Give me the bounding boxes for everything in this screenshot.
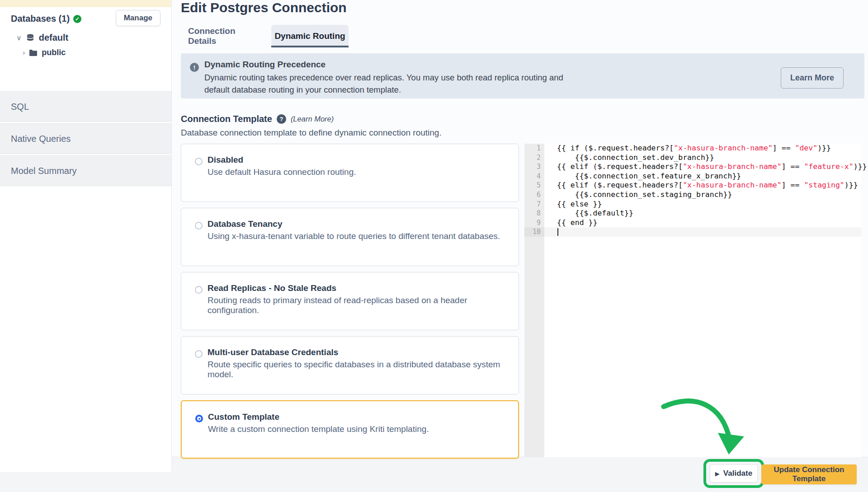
line-number: 10: [524, 227, 544, 237]
banner-text-line2: default database routing in your connect…: [204, 85, 401, 95]
database-name: default: [39, 33, 69, 43]
radio-custom-template[interactable]: [195, 415, 203, 422]
learn-more-button[interactable]: Learn More: [781, 67, 844, 89]
code-line-9[interactable]: 9{{ end }}: [524, 218, 861, 228]
line-number: 9: [524, 218, 544, 228]
sidebar-item-sql[interactable]: SQL: [0, 91, 171, 122]
code-text[interactable]: {{ else }}: [544, 200, 861, 209]
line-number: 7: [524, 200, 544, 209]
sidebar-item-model-summary[interactable]: Model Summary: [0, 155, 171, 186]
banner-text-line1: Dynamic routing takes precedence over re…: [204, 73, 563, 83]
code-line-3[interactable]: 3{{ elif ($.request.headers?["x-hasura-b…: [524, 162, 861, 172]
page-title: Edit Postgres Connection: [181, 0, 347, 15]
code-text[interactable]: {{ if ($.request.headers?["x-hasura-bran…: [544, 144, 861, 153]
main-panel: Edit Postgres Connection Connection Deta…: [172, 0, 868, 457]
option-card-read-replicas[interactable]: Read Replicas - No Stale Reads Routing r…: [181, 272, 519, 330]
routing-option-cards: Disabled Use default Hasura connection r…: [181, 144, 519, 464]
update-connection-template-button[interactable]: Update Connection Template: [761, 464, 857, 484]
code-editor-lines: 1{{ if ($.request.headers?["x-hasura-bra…: [524, 144, 861, 237]
folder-icon: [29, 49, 38, 56]
option-description: Write a custom connection template using…: [208, 424, 429, 434]
databases-header: Databases (1) ✓: [11, 14, 81, 24]
code-text[interactable]: {{ elif ($.request.headers?["x-hasura-br…: [544, 181, 861, 190]
chevron-down-icon[interactable]: ∨: [16, 34, 22, 42]
line-number: 6: [524, 190, 544, 200]
code-text[interactable]: {{ end }}: [544, 218, 861, 228]
database-connected-check-icon: ✓: [73, 15, 81, 23]
sidebar-menu: SQL Native Queries Model Summary: [0, 91, 171, 187]
line-number: 8: [524, 209, 544, 218]
database-icon: [26, 33, 35, 42]
line-number: 1: [524, 144, 544, 153]
tree-item-public-schema[interactable]: › public: [23, 48, 66, 57]
manage-button[interactable]: Manage: [116, 10, 160, 26]
code-text[interactable]: {{ elif ($.request.headers?["x-hasura-br…: [544, 162, 867, 172]
code-text[interactable]: {{$.connection_set.staging_branch}}: [544, 190, 861, 200]
option-title: Read Replicas - No Stale Reads: [208, 283, 336, 293]
code-line-7[interactable]: 7{{ else }}: [524, 200, 861, 209]
dynamic-routing-precedence-banner: ! Dynamic Routing Precedence Dynamic rou…: [181, 53, 864, 98]
option-title: Disabled: [208, 155, 243, 165]
option-card-disabled[interactable]: Disabled Use default Hasura connection r…: [181, 144, 519, 202]
option-description: Using x-hasura-tenant variable to route …: [208, 231, 500, 241]
radio-multi-user-credentials[interactable]: [195, 350, 203, 358]
tab-dynamic-routing[interactable]: Dynamic Routing: [271, 25, 349, 47]
help-icon[interactable]: ?: [277, 114, 286, 124]
chevron-right-icon[interactable]: ›: [23, 49, 25, 56]
option-title: Custom Template: [208, 412, 279, 422]
play-icon: ▶: [715, 470, 720, 477]
tree-item-default-database[interactable]: ∨ default: [16, 33, 68, 43]
code-text[interactable]: [544, 227, 861, 237]
sidebar-item-native-queries[interactable]: Native Queries: [0, 123, 171, 154]
schema-name: public: [42, 48, 66, 57]
option-card-custom-template[interactable]: Custom Template Write a custom connectio…: [181, 400, 519, 459]
line-number: 3: [524, 162, 544, 172]
text-cursor: [557, 228, 558, 236]
option-description: Route specific queries to specific datab…: [208, 360, 519, 380]
radio-disabled[interactable]: [195, 158, 203, 165]
code-line-5[interactable]: 5{{ elif ($.request.headers?["x-hasura-b…: [524, 181, 861, 190]
option-card-multi-user-credentials[interactable]: Multi-user Database Credentials Route sp…: [181, 336, 519, 394]
code-text[interactable]: {{$.connection_set.feature_x_branch}}: [544, 172, 861, 181]
validate-label: Validate: [723, 469, 752, 478]
option-description: Routing reads to primary instead of read…: [208, 295, 519, 315]
line-number: 2: [524, 153, 544, 163]
code-line-4[interactable]: 4 {{$.connection_set.feature_x_branch}}: [524, 172, 861, 181]
code-line-6[interactable]: 6 {{$.connection_set.staging_branch}}: [524, 190, 861, 200]
code-line-8[interactable]: 8 {{$.default}}: [524, 209, 861, 218]
banner-title: Dynamic Routing Precedence: [204, 60, 326, 70]
option-description: Use default Hasura connection routing.: [208, 167, 356, 177]
sidebar: Databases (1) ✓ Manage ∨ default › publi…: [0, 0, 172, 472]
sidebar-highlight-strip: [0, 0, 171, 7]
option-title: Database Tenancy: [208, 219, 282, 229]
tab-connection-details[interactable]: Connection Details: [188, 25, 257, 47]
code-line-1[interactable]: 1{{ if ($.request.headers?["x-hasura-bra…: [524, 144, 861, 153]
option-card-database-tenancy[interactable]: Database Tenancy Using x-hasura-tenant v…: [181, 208, 519, 266]
code-line-2[interactable]: 2 {{$.connection_set.dev_branch}}: [524, 153, 861, 163]
option-title: Multi-user Database Credentials: [208, 347, 338, 357]
code-line-10[interactable]: 10: [524, 227, 861, 237]
radio-read-replicas[interactable]: [195, 286, 203, 294]
section-title: Connection Template: [181, 114, 272, 124]
section-subtitle: Database connection template to define d…: [181, 128, 442, 138]
databases-label: Databases (1): [11, 14, 70, 24]
code-editor[interactable]: 1{{ if ($.request.headers?["x-hasura-bra…: [524, 144, 861, 457]
code-text[interactable]: {{$.default}}: [544, 209, 861, 218]
validate-button[interactable]: ▶ Validate: [710, 464, 758, 483]
section-learn-more-link[interactable]: (Learn More): [291, 115, 334, 123]
radio-database-tenancy[interactable]: [195, 222, 203, 230]
line-number: 5: [524, 181, 544, 190]
info-icon: !: [190, 63, 199, 72]
connection-template-header: Connection Template ? (Learn More): [181, 114, 334, 124]
code-text[interactable]: {{$.connection_set.dev_branch}}: [544, 153, 861, 163]
line-number: 4: [524, 172, 544, 181]
